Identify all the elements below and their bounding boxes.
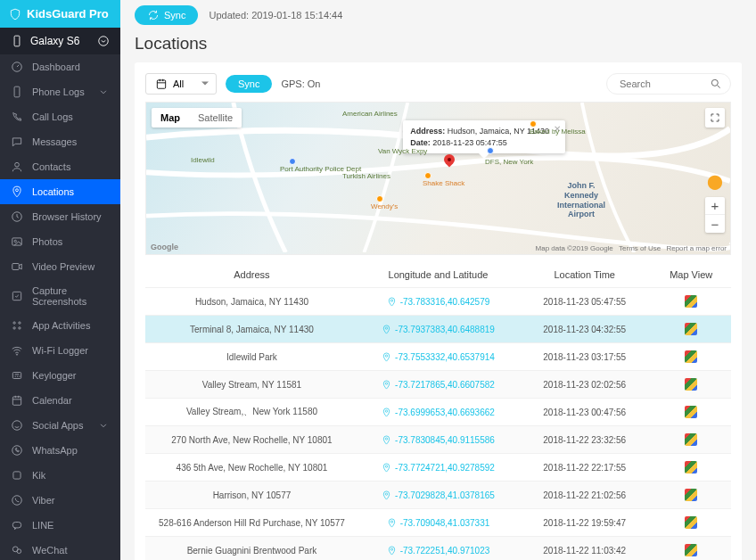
map-view-icon[interactable] — [685, 489, 697, 501]
map[interactable]: Map Satellite ⬤ + − ✕ Address: Hudson, J… — [145, 102, 731, 255]
cell-time: 2018-11-22 23:32:56 — [518, 435, 651, 445]
sidebar-item-whatsapp[interactable]: WhatsApp — [0, 438, 120, 463]
pin-icon — [382, 463, 391, 473]
tab-map[interactable]: Map — [152, 108, 189, 128]
zoom-out-button[interactable]: − — [705, 215, 725, 233]
sidebar-item-calendar[interactable]: Calendar — [0, 388, 120, 413]
svg-point-37 — [385, 465, 387, 466]
tab-satellite[interactable]: Satellite — [189, 108, 242, 128]
locations-table: Address Longitude and Latitude Location … — [145, 262, 731, 560]
table-row[interactable]: Terminal 8, Jamaica, NY 11430-73.7937383… — [145, 315, 731, 342]
map-view-icon[interactable] — [685, 544, 697, 556]
table-row[interactable]: Idlewild Park-73.7553332,40.65379142018-… — [145, 342, 731, 370]
map-pin[interactable] — [444, 154, 456, 167]
content: All Sync GPS: On — [120, 62, 756, 560]
sidebar-item-photos[interactable]: Photos — [0, 229, 120, 254]
cell-mapview — [651, 544, 731, 556]
sidebar-item-messages[interactable]: Messages — [0, 129, 120, 154]
map-view-icon[interactable] — [685, 350, 697, 363]
map-view-icon[interactable] — [685, 378, 697, 391]
table-row[interactable]: Valley Stream,、New York 11580-73.6999653… — [145, 398, 731, 425]
cell-coords[interactable]: -73.6999653,40.6693662 — [358, 408, 518, 417]
cell-coords[interactable]: -73.709048,41.037331 — [358, 518, 518, 528]
sidebar-item-locations[interactable]: Locations — [0, 179, 120, 204]
th-address: Address — [145, 269, 358, 280]
cell-time: 2018-11-23 00:47:56 — [518, 408, 651, 417]
fullscreen-button[interactable] — [705, 108, 725, 128]
panel-sync-button[interactable]: Sync — [226, 75, 272, 93]
contacts-icon — [11, 161, 23, 173]
cell-coords[interactable]: -73.7830845,40.9115586 — [358, 435, 518, 445]
svg-point-8 — [14, 240, 16, 242]
svg-point-35 — [385, 409, 387, 411]
search-icon[interactable] — [710, 78, 722, 90]
sync-button[interactable]: Sync — [135, 5, 198, 25]
pin-icon — [382, 325, 391, 334]
sidebar-item-label: Call Logs — [32, 111, 73, 122]
map-view-icon[interactable] — [685, 406, 697, 418]
table-row[interactable]: Harrison, NY 10577-73.7029828,41.0378165… — [145, 481, 731, 508]
sidebar-item-capture-screenshots[interactable]: Capture Screenshots — [0, 279, 120, 313]
cell-coords[interactable]: -73.722251,40.971023 — [358, 546, 518, 556]
sidebar-item-call-logs[interactable]: Call Logs — [0, 104, 120, 129]
table-row[interactable]: 436 5th Ave, New Rochelle, NY 10801-73.7… — [145, 453, 731, 481]
device-selector[interactable]: Galaxy S6 — [0, 28, 120, 54]
table-row[interactable]: Hudson, Jamaica, NY 11430-73.783316,40.6… — [145, 287, 731, 315]
map-view-icon[interactable] — [685, 295, 697, 308]
cell-coords[interactable]: -73.7217865,40.6607582 — [358, 380, 518, 390]
svg-point-5 — [16, 189, 19, 192]
cell-mapview — [651, 406, 731, 418]
svg-rect-22 — [12, 523, 21, 528]
phone-icon — [11, 86, 23, 98]
table-row[interactable]: Valley Stream, NY 11581-73.7217865,40.66… — [145, 370, 731, 398]
location-icon — [11, 185, 23, 198]
cell-mapview — [651, 323, 731, 335]
screenshot-icon — [11, 290, 23, 302]
sidebar-item-app-activities[interactable]: App Activities — [0, 313, 120, 338]
close-icon[interactable]: ✕ — [554, 123, 561, 136]
shield-icon — [9, 8, 21, 21]
cell-mapview — [651, 489, 731, 501]
pin-icon — [382, 380, 391, 390]
sidebar-item-wechat[interactable]: WeChat — [0, 538, 120, 560]
terms-link[interactable]: Terms of Use — [619, 244, 661, 252]
panel-toolbar: All Sync GPS: On — [145, 73, 731, 95]
pin-icon — [382, 435, 391, 445]
sidebar-item-label: Phone Logs — [32, 86, 85, 97]
cell-coords[interactable]: -73.783316,40.642579 — [358, 297, 518, 307]
phone-icon — [11, 35, 23, 47]
table-row[interactable]: 528-616 Anderson Hill Rd Purchase, NY 10… — [145, 508, 731, 536]
sidebar-item-contacts[interactable]: Contacts — [0, 154, 120, 179]
sidebar-item-video-preview[interactable]: Video Preview — [0, 254, 120, 279]
sidebar-item-keylogger[interactable]: Keylogger — [0, 363, 120, 388]
sidebar-item-label: Video Preview — [32, 261, 94, 272]
sidebar-item-wi-fi-logger[interactable]: Wi-Fi Logger — [0, 338, 120, 363]
sidebar-item-dashboard[interactable]: Dashboard — [0, 54, 120, 79]
sidebar-item-phone-logs[interactable]: Phone Logs — [0, 79, 120, 104]
map-view-icon[interactable] — [685, 323, 697, 335]
zoom-in-button[interactable]: + — [705, 197, 725, 215]
filter-dropdown[interactable]: All — [145, 73, 217, 95]
table-row[interactable]: Bernie Guagnini Brentwood Park-73.722251… — [145, 536, 731, 560]
sidebar-item-label: Photos — [32, 236, 62, 247]
cell-coords[interactable]: -73.7553332,40.6537914 — [358, 352, 518, 362]
svg-point-33 — [385, 354, 387, 356]
pin-icon — [387, 546, 397, 556]
svg-rect-17 — [12, 397, 21, 405]
sidebar-item-browser-history[interactable]: Browser History — [0, 204, 120, 229]
sidebar-item-line[interactable]: LINE — [0, 513, 120, 538]
report-link[interactable]: Report a map error — [666, 244, 727, 252]
sidebar-item-social-apps[interactable]: Social Apps — [0, 413, 120, 438]
sidebar-item-kik[interactable]: Kik — [0, 463, 120, 488]
cell-coords[interactable]: -73.7724721,40.9278592 — [358, 463, 518, 473]
sidebar-item-viber[interactable]: Viber — [0, 488, 120, 513]
cell-coords[interactable]: -73.7937383,40.6488819 — [358, 325, 518, 334]
history-icon — [11, 210, 23, 223]
map-view-icon[interactable] — [685, 516, 697, 529]
svg-rect-0 — [14, 36, 20, 46]
map-view-icon[interactable] — [685, 433, 697, 446]
table-row[interactable]: 270 North Ave, New Rochelle, NY 10801-73… — [145, 425, 731, 453]
cell-coords[interactable]: -73.7029828,41.0378165 — [358, 490, 518, 500]
map-view-icon[interactable] — [685, 461, 697, 474]
pegman-icon[interactable]: ⬤ — [707, 173, 723, 190]
